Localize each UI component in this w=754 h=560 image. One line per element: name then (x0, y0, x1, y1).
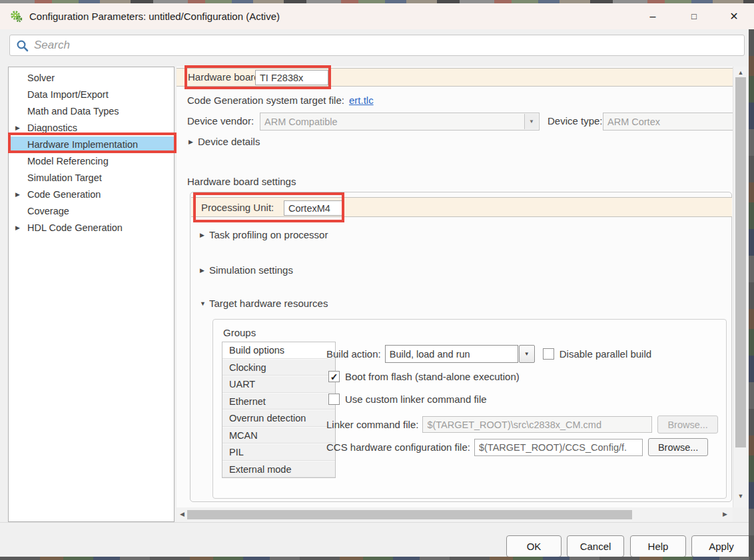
scroll-up-icon[interactable]: ▲ (733, 69, 748, 76)
chevron-right-icon[interactable]: ▶ (188, 139, 198, 145)
scroll-down-icon[interactable]: ▼ (733, 493, 748, 499)
use-custom-linker-label: Use custom linker command file (345, 394, 487, 405)
screen-edge-artifact-bottom (0, 557, 754, 560)
close-button[interactable]: ✕ (719, 3, 749, 29)
device-vendor-label: Device vendor: (187, 115, 254, 127)
device-vendor-row: Device vendor: ARM Compatible ▼ Device t… (177, 112, 733, 131)
screen-edge-artifact-right (749, 29, 754, 557)
hardware-implementation-pane: Hardware board: TI F2838x Code Generatio… (177, 67, 733, 507)
sidebar-item-code-generation[interactable]: ▶Code Generation (9, 186, 174, 203)
boot-from-flash-label: Boot from flash (stand-alone execution) (345, 371, 520, 382)
scroll-left-icon[interactable]: ◀ (180, 511, 185, 517)
group-item-uart[interactable]: UART (222, 376, 335, 393)
group-item-overrun-detection[interactable]: Overrun detection (222, 410, 335, 427)
hardware-board-settings-group: Processing Unit: CortexM4 ▶ Task profili… (190, 192, 732, 502)
ccs-config-file-input[interactable]: $(TARGET_ROOT)/CCS_Config/f. (474, 439, 643, 456)
search-input[interactable] (34, 36, 744, 55)
processing-unit-label: Processing Unit: (201, 202, 274, 213)
group-item-external-mode[interactable]: External mode (222, 461, 335, 478)
boot-from-flash-checkbox[interactable]: ✓ (328, 371, 340, 382)
system-target-file-label: Code Generation system target file: (187, 95, 344, 108)
horizontal-scrollbar-thumb[interactable] (187, 510, 632, 519)
minimize-button[interactable]: – (637, 3, 668, 29)
build-action-dropdown[interactable]: Build, load and run (385, 345, 518, 363)
device-vendor-dropdown[interactable]: ARM Compatible ▼ (260, 113, 540, 131)
cancel-button[interactable]: Cancel (567, 535, 624, 557)
chevron-right-icon[interactable]: ▶ (15, 186, 20, 203)
group-item-pil[interactable]: PIL (222, 443, 335, 461)
ok-button[interactable]: OK (506, 535, 562, 557)
sidebar-item-simulation-target[interactable]: Simulation Target (9, 170, 174, 186)
ccs-config-file-label: CCS hardware configuration file: (326, 441, 470, 453)
build-action-row: Build action: Build, load and run ▼ Disa… (326, 345, 651, 363)
search-bar[interactable] (9, 35, 745, 56)
hardware-board-value[interactable]: TI F2838x (255, 70, 328, 85)
hardware-board-row: Hardware board: TI F2838x (177, 68, 733, 87)
task-profiling-disclosure[interactable]: ▶ Task profiling on processor (200, 229, 328, 240)
horizontal-scrollbar[interactable]: ◀ ▶ (177, 507, 733, 522)
linker-browse-button: Browse... (657, 416, 717, 433)
sidebar-item-hdl-code-generation[interactable]: ▶HDL Code Generation (9, 220, 174, 236)
sidebar-item-hardware-implementation[interactable]: Hardware Implementation (9, 137, 174, 153)
scroll-right-icon[interactable]: ▶ (723, 511, 727, 517)
target-hardware-resources-disclosure[interactable]: ▼ Target hardware resources (200, 298, 328, 309)
device-type-value[interactable]: ARM Cortex (603, 113, 733, 131)
sidebar-item-data-import-export[interactable]: Data Import/Export (9, 87, 174, 103)
device-details-disclosure[interactable]: ▶ Device details (188, 136, 260, 147)
chevron-right-icon[interactable]: ▶ (200, 267, 209, 274)
device-type-label: Device type: (548, 115, 603, 127)
search-icon (16, 39, 29, 52)
ccs-config-file-row: CCS hardware configuration file: $(TARGE… (326, 438, 708, 456)
disable-parallel-build-checkbox[interactable] (543, 348, 554, 360)
hardware-board-settings-title: Hardware board settings (187, 176, 296, 187)
system-target-file-row: Code Generation system target file: ert.… (187, 95, 374, 108)
group-item-ethernet[interactable]: Ethernet (222, 393, 335, 410)
chevron-down-icon[interactable]: ▼ (519, 345, 535, 363)
chevron-right-icon[interactable]: ▶ (200, 232, 209, 238)
build-action-label: Build action: (326, 348, 381, 360)
sidebar-item-model-referencing[interactable]: Model Referencing (9, 153, 174, 170)
chevron-right-icon[interactable]: ▶ (15, 120, 20, 137)
group-item-build-options[interactable]: Build options (222, 342, 335, 359)
chevron-down-icon[interactable]: ▼ (200, 300, 209, 307)
group-item-mcan[interactable]: MCAN (222, 427, 335, 444)
vertical-scrollbar-thumb[interactable] (735, 77, 746, 447)
processing-unit-value[interactable]: CortexM4 (284, 200, 342, 216)
ert-tlc-link[interactable]: ert.tlc (349, 95, 374, 108)
use-custom-linker-row: Use custom linker command file (328, 394, 487, 405)
apply-button[interactable]: Apply (691, 535, 751, 557)
groups-label: Groups (223, 327, 256, 338)
sidebar-item-coverage[interactable]: Coverage (9, 203, 174, 220)
groups-list: Build options Clocking UART Ethernet Ove… (222, 342, 336, 478)
disable-parallel-build-label: Disable parallel build (560, 348, 651, 360)
chevron-right-icon[interactable]: ▶ (15, 220, 20, 236)
settings-tree-sidebar: Solver Data Import/Export Math and Data … (8, 67, 175, 522)
vertical-scrollbar[interactable]: ▲ ▼ (733, 67, 747, 507)
use-custom-linker-checkbox[interactable] (328, 394, 340, 405)
maximize-button[interactable]: □ (679, 3, 709, 29)
checkmark-icon: ✓ (330, 372, 338, 382)
sidebar-item-diagnostics[interactable]: ▶Diagnostics (9, 120, 174, 137)
linker-command-file-row: Linker command file: $(TARGET_ROOT)\src\… (326, 416, 718, 433)
target-hardware-resources-panel: Groups Build options Clocking UART Ether… (212, 319, 727, 499)
chevron-down-icon[interactable]: ▼ (524, 114, 538, 129)
simulation-settings-disclosure[interactable]: ▶ Simulation settings (200, 264, 293, 276)
boot-from-flash-row: ✓ Boot from flash (stand-alone execution… (328, 371, 520, 382)
title-bar: Configuration Parameters: untitled/Confi… (0, 3, 754, 29)
simulink-gears-icon (10, 10, 23, 23)
window-title: Configuration Parameters: untitled/Confi… (29, 11, 280, 22)
hardware-board-label: Hardware board: (188, 71, 262, 83)
linker-command-file-label: Linker command file: (326, 419, 418, 430)
help-button[interactable]: Help (630, 535, 686, 557)
processing-unit-row: Processing Unit: CortexM4 (191, 197, 732, 217)
dialog-button-bar: OK Cancel Help Apply (0, 522, 754, 557)
sidebar-item-solver[interactable]: Solver (9, 70, 174, 87)
group-item-clocking[interactable]: Clocking (222, 359, 335, 376)
linker-command-file-input[interactable]: $(TARGET_ROOT)\src\c2838x_CM.cmd (422, 416, 652, 433)
ccs-browse-button[interactable]: Browse... (648, 438, 708, 456)
sidebar-item-math-and-data-types[interactable]: Math and Data Types (9, 103, 174, 120)
